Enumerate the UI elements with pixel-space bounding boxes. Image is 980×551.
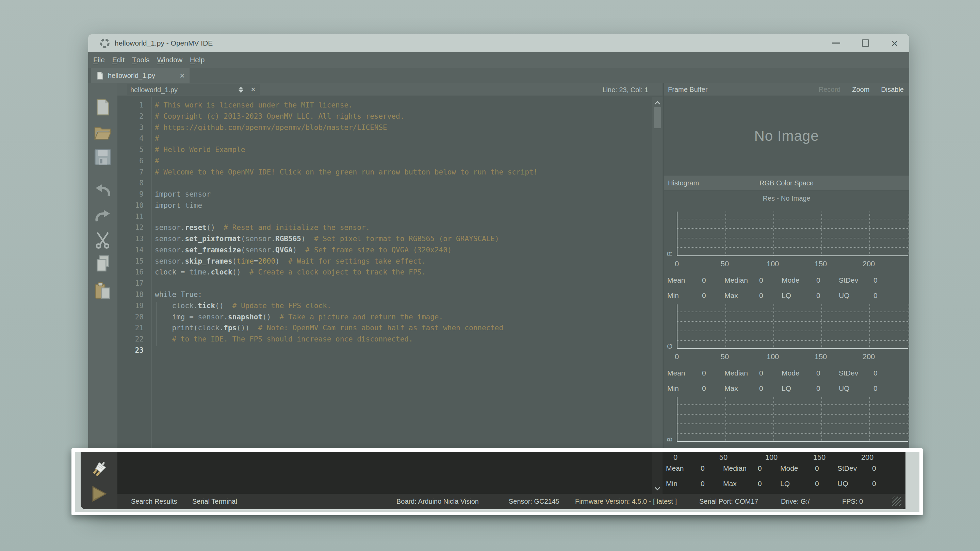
code-line-1[interactable]: 1# This work is licensed under the MIT l…: [118, 101, 652, 112]
code-line-8[interactable]: 8: [118, 179, 652, 190]
code-text: sensor.set_pixformat(sensor.RGB565) # Se…: [150, 235, 499, 246]
paste-button[interactable]: [94, 282, 111, 300]
connect-button[interactable]: [89, 460, 108, 479]
tick-label: 200: [862, 259, 875, 268]
code-line-2[interactable]: 2# Copyright (c) 2013-2023 OpenMV LLC. A…: [118, 112, 652, 124]
tick-label: 100: [765, 453, 778, 462]
close-button[interactable]: ×: [880, 34, 909, 52]
code-line-21[interactable]: 21 print(clock.fps()) # Note: OpenMV Cam…: [118, 324, 652, 335]
bottom-tab-search-results[interactable]: Search Results: [131, 494, 177, 509]
stat-lq: LQ0: [782, 292, 821, 300]
stat-value: 0: [758, 480, 762, 488]
copy-icon: [94, 255, 111, 272]
stat-label: Min: [667, 292, 702, 300]
line-number: 21: [118, 324, 150, 335]
gridline-h: [678, 219, 908, 219]
stat-min: Min0: [666, 480, 705, 488]
tick-label: 150: [813, 453, 826, 462]
line-number: 22: [118, 335, 150, 346]
code-line-9[interactable]: 9import sensor: [118, 190, 652, 202]
maximize-icon: [862, 40, 869, 47]
gridline-h: [678, 340, 908, 341]
code-line-16[interactable]: 16clock = time.clock() # Create a clock …: [118, 268, 652, 279]
code-line-5[interactable]: 5# Hello World Example: [118, 146, 652, 157]
copy-button[interactable]: [94, 255, 111, 272]
tab-close-icon[interactable]: ×: [180, 70, 185, 81]
menu-tools[interactable]: Tools: [128, 52, 153, 68]
titlebar[interactable]: helloworld_1.py - OpenMV IDE ×: [88, 34, 909, 52]
zoom-button[interactable]: Zoom: [852, 86, 869, 94]
disable-button[interactable]: Disable: [881, 86, 904, 94]
line-number: 23: [118, 346, 150, 357]
stat-label: StDev: [839, 369, 873, 377]
open-file-selector[interactable]: helloworld_1.py ×: [127, 84, 259, 95]
stat-median: Median0: [723, 464, 762, 472]
stats-row-2: Min0Max0LQ0UQ0: [664, 292, 909, 303]
gridline-h: [678, 433, 908, 433]
scroll-up-icon[interactable]: [654, 100, 660, 103]
resize-grip[interactable]: [892, 497, 901, 506]
line-number: 11: [118, 213, 150, 224]
code-line-11[interactable]: 11: [118, 213, 652, 224]
menu-edit[interactable]: Edit: [108, 52, 128, 68]
stat-median: Median0: [724, 276, 763, 284]
menu-help[interactable]: Help: [186, 52, 208, 68]
redo-button[interactable]: [94, 207, 111, 225]
save-file-button[interactable]: [94, 148, 111, 166]
tab-helloworld[interactable]: helloworld_1.py ×: [91, 68, 189, 83]
cut-icon: [94, 231, 111, 249]
code-line-4[interactable]: 4#: [118, 134, 652, 146]
code-line-10[interactable]: 10import time: [118, 202, 652, 213]
line-number: 15: [118, 257, 150, 268]
line-number: 20: [118, 313, 150, 324]
line-number: 19: [118, 302, 150, 313]
gridline-v: [773, 211, 774, 256]
file-selector-arrows-icon: [239, 86, 243, 94]
stat-label: LQ: [782, 292, 816, 300]
menu-file[interactable]: File: [89, 52, 108, 68]
code-line-3[interactable]: 3# https://github.com/openmv/openmv/blob…: [118, 124, 652, 135]
start-script-button[interactable]: [89, 484, 108, 503]
stat-value: 0: [816, 369, 821, 377]
code-line-14[interactable]: 14sensor.set_framesize(sensor.QVGA) # Se…: [118, 246, 652, 257]
histogram-channel-g: G050100150200Mean0Median0Mode0StDev0Min0…: [664, 305, 909, 400]
record-button[interactable]: Record: [819, 86, 840, 94]
cursor-position: Line: 23, Col: 1: [602, 83, 648, 96]
code-line-20[interactable]: 20 img = sensor.snapshot() # Take a pict…: [118, 313, 652, 324]
code-line-18[interactable]: 18while True:: [118, 291, 652, 302]
stat-label: Min: [666, 480, 701, 488]
colorspace-select[interactable]: RGB Color Space: [664, 176, 909, 191]
open-file-button[interactable]: [94, 124, 111, 141]
code-line-7[interactable]: 7# Welcome to the OpenMV IDE! Click on t…: [118, 168, 652, 179]
code-text: # to the IDE. The FPS should increase on…: [150, 335, 413, 346]
code-line-15[interactable]: 15sensor.skip_frames(time=2000) # Wait f…: [118, 257, 652, 268]
line-number: 12: [118, 224, 150, 235]
maximize-button[interactable]: [851, 34, 880, 52]
chart-plot: [677, 397, 908, 442]
editor-close-icon[interactable]: ×: [251, 85, 256, 94]
code-line-6[interactable]: 6#: [118, 157, 652, 168]
code-line-23[interactable]: 23: [118, 346, 652, 357]
tick-label: 50: [721, 353, 729, 361]
new-file-button[interactable]: [94, 98, 111, 116]
redo-icon: [94, 207, 111, 225]
code-line-22[interactable]: 22 # to the IDE. The FPS should increase…: [118, 335, 652, 346]
channel-label: G: [666, 305, 674, 349]
undo-button[interactable]: [94, 182, 111, 199]
line-number: 13: [118, 235, 150, 246]
stat-value: 0: [873, 369, 878, 377]
cut-button[interactable]: [94, 231, 111, 249]
code-line-19[interactable]: 19 clock.tick() # Update the FPS clock.: [118, 302, 652, 313]
menu-window[interactable]: Window: [153, 52, 186, 68]
code-line-13[interactable]: 13sensor.set_pixformat(sensor.RGB565) # …: [118, 235, 652, 246]
gridline-h: [678, 321, 908, 322]
minimize-button[interactable]: [821, 34, 851, 52]
close-icon: ×: [891, 37, 898, 49]
line-number: 5: [118, 146, 150, 157]
scrollbar-thumb[interactable]: [654, 107, 661, 128]
bottom-tab-serial-terminal[interactable]: Serial Terminal: [192, 494, 237, 509]
code-line-12[interactable]: 12sensor.reset() # Reset and initialize …: [118, 224, 652, 235]
status-item-2: Firmware Version: 4.5.0 - [ latest ]: [575, 494, 677, 509]
gridline-v: [821, 397, 822, 441]
code-line-17[interactable]: 17: [118, 279, 652, 291]
